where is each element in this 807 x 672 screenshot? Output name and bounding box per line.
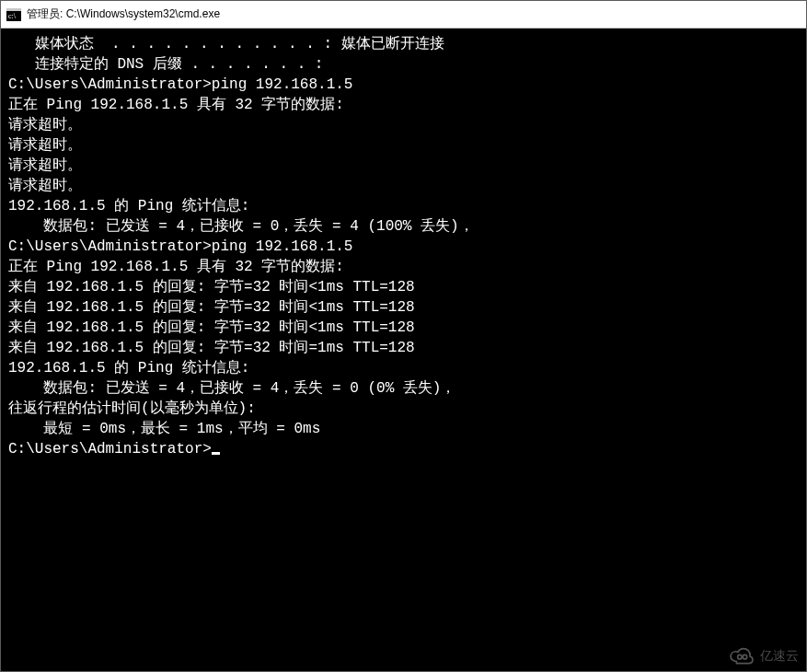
terminal-line: 请求超时。	[8, 156, 799, 176]
window-title: 管理员: C:\Windows\system32\cmd.exe	[27, 6, 220, 22]
terminal-line: 来自 192.168.1.5 的回复: 字节=32 时间<1ms TTL=128	[8, 277, 799, 297]
terminal-line: 请求超时。	[8, 176, 799, 196]
terminal-line: 请求超时。	[8, 135, 799, 156]
terminal-line: 正在 Ping 192.168.1.5 具有 32 字节的数据:	[8, 257, 799, 277]
terminal-line: 连接特定的 DNS 后缀 . . . . . . . :	[8, 54, 799, 75]
terminal-line: 请求超时。	[8, 115, 799, 135]
terminal-line: 媒体状态 . . . . . . . . . . . . : 媒体已断开连接	[8, 34, 799, 54]
terminal-line: C:\Users\Administrator>	[8, 439, 799, 459]
terminal-line: 最短 = 0ms，最长 = 1ms，平均 = 0ms	[8, 419, 799, 439]
cmd-window: c:\ 管理员: C:\Windows\system32\cmd.exe 媒体状…	[0, 0, 807, 672]
terminal-line: 192.168.1.5 的 Ping 统计信息:	[8, 196, 799, 216]
terminal-line: 正在 Ping 192.168.1.5 具有 32 字节的数据:	[8, 95, 799, 115]
terminal-line: 数据包: 已发送 = 4，已接收 = 4，丢失 = 0 (0% 丢失)，	[8, 378, 799, 399]
terminal-line: 来自 192.168.1.5 的回复: 字节=32 时间<1ms TTL=128	[8, 297, 799, 318]
title-bar[interactable]: c:\ 管理员: C:\Windows\system32\cmd.exe	[1, 1, 806, 29]
terminal-line: 来自 192.168.1.5 的回复: 字节=32 时间<1ms TTL=128	[8, 318, 799, 338]
terminal-line: C:\Users\Administrator>ping 192.168.1.5	[8, 75, 799, 95]
svg-rect-1	[6, 8, 21, 11]
terminal-line: 来自 192.168.1.5 的回复: 字节=32 时间=1ms TTL=128	[8, 338, 799, 358]
terminal-output[interactable]: 媒体状态 . . . . . . . . . . . . : 媒体已断开连接 连…	[1, 29, 806, 671]
terminal-line: 数据包: 已发送 = 4，已接收 = 0，丢失 = 4 (100% 丢失)，	[8, 216, 799, 237]
svg-text:c:\: c:\	[8, 12, 17, 20]
terminal-line: C:\Users\Administrator>ping 192.168.1.5	[8, 237, 799, 257]
terminal-line: 192.168.1.5 的 Ping 统计信息:	[8, 358, 799, 378]
cmd-icon: c:\	[6, 8, 21, 21]
cursor	[212, 452, 220, 455]
terminal-line: 往返行程的估计时间(以毫秒为单位):	[8, 399, 799, 419]
